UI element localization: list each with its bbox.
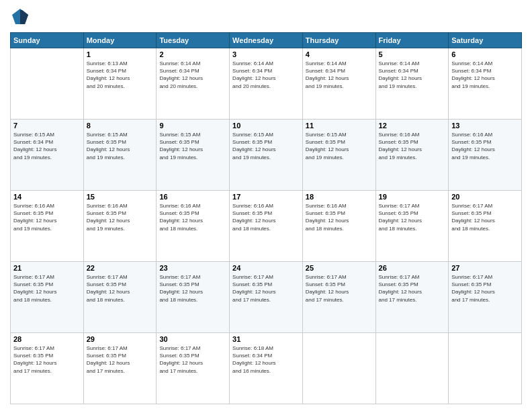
calendar-week-row: 1Sunrise: 6:13 AM Sunset: 6:34 PM Daylig… [11, 48, 522, 120]
logo-icon [10, 7, 30, 27]
day-number: 23 [159, 264, 226, 272]
day-number: 25 [306, 264, 373, 272]
calendar-cell: 3Sunrise: 6:14 AM Sunset: 6:34 PM Daylig… [230, 48, 303, 120]
calendar-cell: 23Sunrise: 6:17 AM Sunset: 6:35 PM Dayli… [157, 262, 230, 333]
day-number: 2 [159, 50, 226, 58]
calendar-cell: 25Sunrise: 6:17 AM Sunset: 6:35 PM Dayli… [302, 262, 375, 333]
day-info: Sunrise: 6:17 AM Sunset: 6:35 PM Dayligh… [451, 273, 519, 304]
day-info: Sunrise: 6:16 AM Sunset: 6:35 PM Dayligh… [159, 202, 226, 232]
calendar-cell [11, 48, 84, 120]
day-number: 26 [379, 264, 446, 272]
day-number: 28 [13, 335, 81, 343]
weekday-header: Friday [375, 33, 449, 48]
calendar-cell: 30Sunrise: 6:17 AM Sunset: 6:35 PM Dayli… [157, 333, 230, 404]
day-number: 22 [87, 264, 154, 272]
day-number: 9 [159, 122, 226, 130]
calendar-week-row: 28Sunrise: 6:17 AM Sunset: 6:35 PM Dayli… [11, 333, 522, 404]
calendar-cell: 1Sunrise: 6:13 AM Sunset: 6:34 PM Daylig… [83, 48, 157, 120]
day-number: 20 [451, 193, 519, 201]
day-info: Sunrise: 6:16 AM Sunset: 6:35 PM Dayligh… [232, 202, 300, 232]
day-number: 21 [13, 264, 81, 272]
day-number: 16 [159, 193, 226, 201]
calendar-cell: 7Sunrise: 6:15 AM Sunset: 6:34 PM Daylig… [11, 120, 84, 191]
day-info: Sunrise: 6:14 AM Sunset: 6:34 PM Dayligh… [306, 60, 373, 90]
day-info: Sunrise: 6:17 AM Sunset: 6:35 PM Dayligh… [87, 345, 154, 375]
weekday-header: Tuesday [157, 33, 230, 48]
calendar-cell: 17Sunrise: 6:16 AM Sunset: 6:35 PM Dayli… [230, 191, 303, 262]
page: SundayMondayTuesdayWednesdayThursdayFrid… [0, 0, 532, 411]
day-info: Sunrise: 6:17 AM Sunset: 6:35 PM Dayligh… [379, 273, 446, 304]
calendar-cell: 26Sunrise: 6:17 AM Sunset: 6:35 PM Dayli… [375, 262, 449, 333]
day-number: 13 [451, 122, 519, 130]
calendar-cell: 12Sunrise: 6:16 AM Sunset: 6:35 PM Dayli… [375, 120, 449, 191]
calendar-cell: 19Sunrise: 6:17 AM Sunset: 6:35 PM Dayli… [375, 191, 449, 262]
calendar-cell: 5Sunrise: 6:14 AM Sunset: 6:34 PM Daylig… [375, 48, 449, 120]
day-number: 5 [379, 50, 446, 58]
day-number: 12 [379, 122, 446, 130]
day-info: Sunrise: 6:17 AM Sunset: 6:35 PM Dayligh… [13, 273, 81, 304]
day-number: 4 [306, 50, 373, 58]
day-number: 7 [13, 122, 81, 130]
calendar-cell: 20Sunrise: 6:17 AM Sunset: 6:35 PM Dayli… [449, 191, 522, 262]
day-info: Sunrise: 6:16 AM Sunset: 6:35 PM Dayligh… [379, 131, 446, 161]
calendar-cell: 2Sunrise: 6:14 AM Sunset: 6:34 PM Daylig… [157, 48, 230, 120]
calendar-cell: 10Sunrise: 6:15 AM Sunset: 6:35 PM Dayli… [230, 120, 303, 191]
day-number: 10 [232, 122, 300, 130]
logo [10, 7, 33, 27]
weekday-header: Thursday [302, 33, 375, 48]
day-info: Sunrise: 6:16 AM Sunset: 6:35 PM Dayligh… [13, 202, 81, 232]
day-info: Sunrise: 6:18 AM Sunset: 6:34 PM Dayligh… [232, 345, 300, 375]
day-info: Sunrise: 6:15 AM Sunset: 6:35 PM Dayligh… [306, 131, 373, 161]
day-number: 1 [87, 50, 154, 58]
day-info: Sunrise: 6:15 AM Sunset: 6:35 PM Dayligh… [159, 131, 226, 161]
calendar-cell: 11Sunrise: 6:15 AM Sunset: 6:35 PM Dayli… [302, 120, 375, 191]
calendar-cell: 14Sunrise: 6:16 AM Sunset: 6:35 PM Dayli… [11, 191, 84, 262]
day-info: Sunrise: 6:16 AM Sunset: 6:35 PM Dayligh… [451, 131, 519, 161]
calendar-cell: 29Sunrise: 6:17 AM Sunset: 6:35 PM Dayli… [83, 333, 157, 404]
day-number: 17 [232, 193, 300, 201]
calendar: SundayMondayTuesdayWednesdayThursdayFrid… [10, 32, 522, 404]
header [10, 7, 522, 27]
svg-marker-1 [20, 10, 28, 24]
weekday-header: Wednesday [230, 33, 303, 48]
day-info: Sunrise: 6:15 AM Sunset: 6:35 PM Dayligh… [232, 131, 300, 161]
calendar-cell: 4Sunrise: 6:14 AM Sunset: 6:34 PM Daylig… [302, 48, 375, 120]
calendar-cell: 13Sunrise: 6:16 AM Sunset: 6:35 PM Dayli… [449, 120, 522, 191]
weekday-header: Monday [83, 33, 157, 48]
day-info: Sunrise: 6:15 AM Sunset: 6:35 PM Dayligh… [87, 131, 154, 161]
calendar-cell: 31Sunrise: 6:18 AM Sunset: 6:34 PM Dayli… [230, 333, 303, 404]
calendar-header-row: SundayMondayTuesdayWednesdayThursdayFrid… [11, 33, 522, 48]
day-number: 11 [306, 122, 373, 130]
day-number: 8 [87, 122, 154, 130]
calendar-cell: 15Sunrise: 6:16 AM Sunset: 6:35 PM Dayli… [83, 191, 157, 262]
calendar-cell: 16Sunrise: 6:16 AM Sunset: 6:35 PM Dayli… [157, 191, 230, 262]
calendar-week-row: 7Sunrise: 6:15 AM Sunset: 6:34 PM Daylig… [11, 120, 522, 191]
calendar-cell [302, 333, 375, 404]
day-info: Sunrise: 6:17 AM Sunset: 6:35 PM Dayligh… [379, 202, 446, 232]
calendar-cell: 6Sunrise: 6:14 AM Sunset: 6:34 PM Daylig… [449, 48, 522, 120]
calendar-week-row: 21Sunrise: 6:17 AM Sunset: 6:35 PM Dayli… [11, 262, 522, 333]
day-number: 3 [232, 50, 300, 58]
weekday-header: Sunday [11, 33, 84, 48]
day-number: 6 [451, 50, 519, 58]
calendar-cell: 8Sunrise: 6:15 AM Sunset: 6:35 PM Daylig… [83, 120, 157, 191]
day-info: Sunrise: 6:17 AM Sunset: 6:35 PM Dayligh… [306, 273, 373, 304]
day-info: Sunrise: 6:16 AM Sunset: 6:35 PM Dayligh… [306, 202, 373, 232]
day-info: Sunrise: 6:15 AM Sunset: 6:34 PM Dayligh… [13, 131, 81, 161]
day-number: 15 [87, 193, 154, 201]
day-number: 14 [13, 193, 81, 201]
calendar-cell: 22Sunrise: 6:17 AM Sunset: 6:35 PM Dayli… [83, 262, 157, 333]
day-info: Sunrise: 6:14 AM Sunset: 6:34 PM Dayligh… [379, 60, 446, 90]
day-info: Sunrise: 6:17 AM Sunset: 6:35 PM Dayligh… [232, 273, 300, 304]
day-info: Sunrise: 6:14 AM Sunset: 6:34 PM Dayligh… [159, 60, 226, 90]
day-info: Sunrise: 6:14 AM Sunset: 6:34 PM Dayligh… [232, 60, 300, 90]
day-info: Sunrise: 6:13 AM Sunset: 6:34 PM Dayligh… [87, 60, 154, 90]
calendar-week-row: 14Sunrise: 6:16 AM Sunset: 6:35 PM Dayli… [11, 191, 522, 262]
day-number: 29 [87, 335, 154, 343]
calendar-cell: 24Sunrise: 6:17 AM Sunset: 6:35 PM Dayli… [230, 262, 303, 333]
day-info: Sunrise: 6:17 AM Sunset: 6:35 PM Dayligh… [13, 345, 81, 375]
day-number: 19 [379, 193, 446, 201]
calendar-cell: 28Sunrise: 6:17 AM Sunset: 6:35 PM Dayli… [11, 333, 84, 404]
day-info: Sunrise: 6:17 AM Sunset: 6:35 PM Dayligh… [159, 345, 226, 375]
day-info: Sunrise: 6:17 AM Sunset: 6:35 PM Dayligh… [87, 273, 154, 304]
